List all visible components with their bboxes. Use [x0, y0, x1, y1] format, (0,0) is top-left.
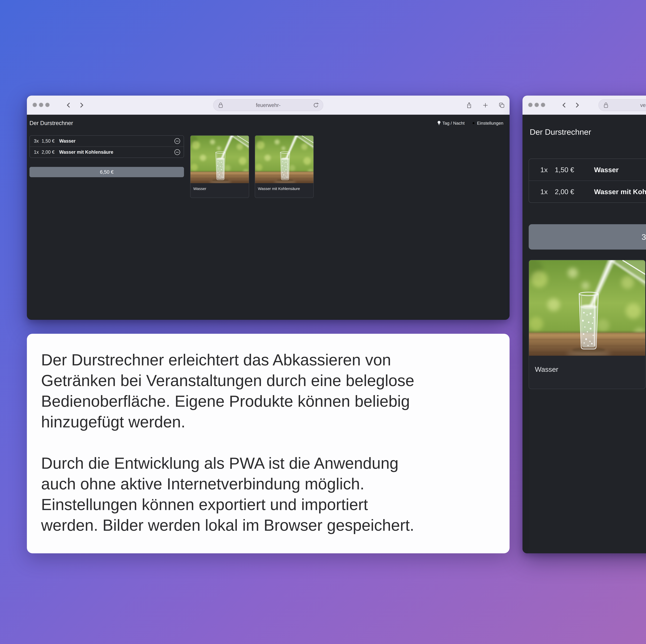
address-bar[interactable]: vercel.com	[599, 99, 646, 111]
cart-item: 3x 1,50 € Wasser	[30, 136, 184, 146]
lightbulb-icon	[437, 120, 441, 126]
traffic-light-minimize[interactable]	[39, 103, 43, 107]
traffic-lights	[528, 103, 545, 107]
product-card[interactable]: Wasser	[190, 135, 249, 198]
traffic-light-maximize[interactable]	[45, 103, 49, 107]
product-grid: Wasser Wasser mit Kohlensäure	[529, 260, 646, 389]
product-name-label: Wasser mit Kohlensäure	[255, 183, 313, 191]
remove-item-button[interactable]	[175, 149, 180, 155]
description-card: Der Durstrechner erleichtert das Abkassi…	[27, 334, 510, 553]
item-qty: 1x	[34, 149, 41, 155]
description-paragraph-1: Der Durstrechner erleichtert das Abkassi…	[41, 350, 495, 432]
address-bar[interactable]: feuerwehr-	[213, 99, 323, 111]
description-paragraph-2: Durch die Entwicklung als PWA ist die An…	[41, 453, 495, 535]
app-title: Der Durstrechner	[530, 127, 591, 137]
item-qty: 3x	[34, 138, 41, 144]
gear-icon	[471, 121, 476, 125]
product-name-label: Wasser	[191, 183, 249, 191]
item-qty: 1x	[540, 166, 555, 174]
traffic-light-minimize[interactable]	[535, 103, 539, 107]
lock-icon	[218, 102, 223, 109]
product-photo	[529, 260, 645, 356]
settings-label: Einstellungen	[477, 121, 503, 126]
back-button[interactable]	[561, 102, 567, 108]
product-name-label: Wasser	[529, 356, 645, 373]
app-view-desktop: Der Durstrechner Tag / Nacht Einstellung…	[27, 115, 510, 320]
total-button[interactable]: 3,50 €	[529, 224, 646, 250]
item-name: Wasser	[594, 166, 646, 174]
product-photo	[255, 136, 313, 183]
toolbar-actions	[466, 102, 505, 109]
item-price: 1,50 €	[41, 138, 59, 144]
product-photo	[191, 136, 249, 183]
url-text: vercel.com	[640, 102, 646, 108]
forward-button[interactable]	[79, 102, 85, 108]
item-name: Wasser mit Kohlensäure	[594, 188, 646, 196]
cart-list: 3x 1,50 € Wasser 1x 2,00 € Wasser mit Ko…	[29, 135, 184, 158]
nav-buttons	[561, 102, 580, 108]
item-price: 1,50 €	[555, 166, 594, 174]
app-view-mobile: Der Durstrechner 1x 1,50 € Wasser 1x 2,0…	[523, 115, 646, 553]
nav-buttons	[66, 102, 85, 108]
product-grid: Wasser Wasser mit Kohlensäure	[190, 135, 314, 198]
lock-icon	[603, 102, 609, 109]
browser-toolbar: vercel.com	[523, 96, 646, 115]
total-button[interactable]: 6,50 €	[29, 167, 184, 177]
app-header-actions: Tag / Nacht Einstellungen	[437, 120, 503, 126]
back-button[interactable]	[66, 102, 72, 108]
remove-item-button[interactable]	[175, 138, 180, 144]
item-name: Wasser mit Kohlensäure	[59, 149, 175, 155]
share-button[interactable]	[466, 102, 472, 109]
settings-button[interactable]: Einstellungen	[471, 121, 503, 126]
url-text: feuerwehr-	[256, 102, 281, 108]
item-name: Wasser	[59, 138, 175, 144]
tabs-overview-button[interactable]	[499, 102, 505, 109]
product-card[interactable]: Wasser	[529, 260, 645, 389]
forward-button[interactable]	[574, 102, 580, 108]
browser-toolbar: feuerwehr-	[27, 96, 510, 115]
cart-item: 1x 2,00 € Wasser mit Kohlensäure	[529, 180, 646, 203]
day-night-label: Tag / Nacht	[442, 121, 464, 126]
cart-list: 1x 1,50 € Wasser 1x 2,00 € Wasser mit Ko…	[529, 159, 646, 203]
item-price: 2,00 €	[41, 149, 59, 155]
product-card[interactable]: Wasser mit Kohlensäure	[255, 135, 314, 198]
day-night-button[interactable]: Tag / Nacht	[437, 120, 464, 126]
app-title: Der Durstrechner	[29, 120, 73, 126]
browser-window-desktop: feuerwehr- Der Durstrechner Tag / Nacht …	[27, 96, 510, 320]
cart-item: 1x 2,00 € Wasser mit Kohlensäure	[30, 146, 184, 158]
reload-button[interactable]	[313, 102, 319, 108]
desktop-background: feuerwehr- Der Durstrechner Tag / Nacht …	[0, 0, 646, 644]
traffic-light-close[interactable]	[32, 103, 37, 107]
traffic-light-close[interactable]	[528, 103, 533, 107]
traffic-light-maximize[interactable]	[541, 103, 545, 107]
cart-item: 1x 1,50 € Wasser	[529, 159, 646, 180]
new-tab-button[interactable]	[482, 102, 489, 109]
item-qty: 1x	[540, 188, 555, 196]
traffic-lights	[32, 103, 49, 107]
browser-window-mobile: vercel.com Der Durstrechner 1x 1,50 € Wa…	[523, 96, 646, 553]
item-price: 2,00 €	[555, 188, 594, 196]
